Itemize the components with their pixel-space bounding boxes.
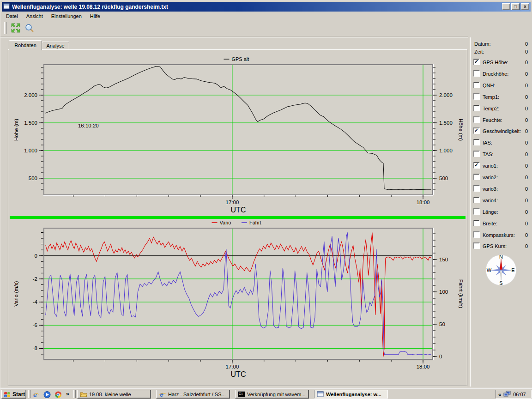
checkbox-vario4[interactable] <box>473 197 480 203</box>
taskbar-grip[interactable] <box>73 390 76 398</box>
close-button[interactable]: × <box>521 3 529 10</box>
checkbox-temp1[interactable] <box>473 93 480 100</box>
start-label: Start <box>12 391 25 398</box>
sidebar-row: ✓GPS Höhe:0 <box>472 59 530 68</box>
sidebar-row: Kompasskurs:0 <box>472 231 530 241</box>
svg-text:Höhe (m): Höhe (m) <box>13 119 19 141</box>
sidebar-row: vario4:0 <box>472 197 530 206</box>
sidebar-value: 0 <box>525 94 528 100</box>
svg-text:-8: -8 <box>33 345 37 351</box>
checkbox-länge[interactable] <box>473 208 480 215</box>
checkbox-temp2[interactable] <box>473 105 480 111</box>
fit-view-button[interactable] <box>9 22 22 35</box>
taskbar-button-3[interactable]: C:\Verknüpfung mit wavem... <box>235 390 309 399</box>
svg-text:UTC: UTC <box>231 370 246 378</box>
sidebar-label: vario2: <box>483 174 498 181</box>
quick-launch-ie-icon[interactable]: e <box>32 390 40 399</box>
start-button[interactable]: Start <box>1 390 26 399</box>
menu-ansicht[interactable]: Ansicht <box>23 12 48 20</box>
menu-hilfe[interactable]: Hilfe <box>86 12 105 20</box>
sidebar-row: GPS Kurs:0 <box>472 242 530 252</box>
checkbox-gpskurs[interactable] <box>473 242 480 249</box>
tab-analyse[interactable]: Analyse <box>42 42 69 50</box>
checkbox-kompasskurs[interactable] <box>473 231 480 238</box>
maximize-button[interactable]: □ <box>511 3 520 10</box>
menu-einstellungen[interactable]: Einstellungen <box>48 12 86 20</box>
zoom-button[interactable] <box>23 22 36 35</box>
checkbox-qnh[interactable] <box>473 82 480 88</box>
sidebar-value: 0 <box>525 174 528 181</box>
tray-chevron[interactable]: « <box>498 392 501 397</box>
svg-text:150: 150 <box>439 257 448 262</box>
checkbox-vario1[interactable]: ✓ <box>473 162 480 169</box>
svg-text:1.000: 1.000 <box>439 148 453 153</box>
svg-text:Höhe (m): Höhe (m) <box>458 119 464 141</box>
checkbox-geschwindigkeit[interactable]: ✓ <box>473 127 480 134</box>
sidebar-label: Datum: <box>474 41 490 47</box>
sidebar-label: QNH: <box>483 82 496 89</box>
sidebar-label: GPS Kurs: <box>483 243 507 249</box>
checkbox-gpshöhe[interactable]: ✓ <box>473 59 480 65</box>
sidebar-value: 0 <box>525 71 528 77</box>
svg-text:17:00: 17:00 <box>226 364 239 369</box>
sidebar-row: Länge:0 <box>472 208 530 218</box>
ie-icon: e <box>159 391 166 398</box>
sidebar-value: 0 <box>525 41 528 47</box>
altitude-chart[interactable]: 2.0001.5001.000500Höhe (m)2.0001.5001.00… <box>8 50 467 216</box>
sidebar-value: 0 <box>525 243 528 249</box>
checkbox-ias[interactable] <box>473 139 480 145</box>
window-icon <box>317 391 324 398</box>
compass-rose: NSWE <box>485 254 517 286</box>
chart-panel: 2.0001.5001.000500Höhe (m)2.0001.5001.00… <box>8 49 467 386</box>
titlebar[interactable]: Wellenfluganalyse: welle 19.08.12 rückfl… <box>2 2 531 12</box>
sidebar-row: IAS:0 <box>472 139 530 148</box>
taskbar-button-label: Verknüpfung mit wavem... <box>247 392 306 397</box>
taskbar-button-4[interactable]: Wellenfluganalyse: w... <box>314 390 388 399</box>
compass-label: N <box>499 254 503 260</box>
menu-bar: DateiAnsichtEinstellungenHilfe <box>2 12 105 20</box>
sidebar-row: Feuchte:0 <box>472 116 530 126</box>
sidebar-value: 0 <box>525 139 528 146</box>
sidebar-value: 0 <box>525 82 528 89</box>
media-player-icon <box>43 391 51 398</box>
checkbox-vario3[interactable] <box>473 185 480 192</box>
sidebar-label: Breite: <box>483 220 497 227</box>
svg-text:Vario (m/s): Vario (m/s) <box>13 281 19 307</box>
sidebar-row: ✓vario1:0 <box>472 162 530 171</box>
vario-speed-chart[interactable]: 0-2-4-6-8Vario (m/s)150100500Fahrt (km/h… <box>8 219 467 386</box>
taskbar-button-1[interactable]: 19.08. kleine welle <box>77 390 151 399</box>
sidebar-value: 0 <box>525 151 528 157</box>
checkbox-tas[interactable] <box>473 151 480 157</box>
taskbar: Starte»19.08. kleine welleeHarz - Salzde… <box>0 388 532 399</box>
network-tray-icon <box>503 391 511 398</box>
quick-launch-media-player-icon[interactable] <box>43 390 51 399</box>
browser-ball-icon <box>54 391 62 398</box>
sidebar-row: ✓Geschwindigkeit:0 <box>472 127 530 137</box>
svg-text:-6: -6 <box>33 322 37 328</box>
taskbar-grip[interactable] <box>28 390 30 398</box>
sidebar-row: TAS:0 <box>472 151 530 160</box>
sidebar-label: Temp2: <box>483 105 499 112</box>
cmd-icon: C:\ <box>238 391 245 398</box>
checkmark-icon: ✓ <box>474 127 478 133</box>
sidebar-label: GPS Höhe: <box>483 59 508 66</box>
checkbox-breite[interactable] <box>473 220 480 226</box>
sidebar-label: Temp1: <box>483 94 499 100</box>
expand-arrows-icon <box>11 23 21 33</box>
quick-launch-browser-ball-icon[interactable] <box>54 390 62 399</box>
quick-launch-overflow-chevron[interactable]: » <box>66 390 69 398</box>
toolbar-grip[interactable] <box>4 22 6 34</box>
taskbar-button-2[interactable]: eHarz - Salzdethfurt / SS... <box>156 390 230 399</box>
menu-datei[interactable]: Datei <box>2 12 23 20</box>
checkbox-feuchte[interactable] <box>473 116 480 123</box>
checkbox-vario2[interactable] <box>473 174 480 180</box>
minimize-button[interactable]: _ <box>502 3 510 10</box>
svg-text:500: 500 <box>439 175 448 181</box>
sidebar-label: vario4: <box>483 197 498 204</box>
checkmark-icon: ✓ <box>474 58 478 65</box>
taskbar-button-label: Wellenfluganalyse: w... <box>326 392 381 397</box>
sidebar-label: vario1: <box>483 163 498 169</box>
sidebar-row: vario3:0 <box>472 185 530 194</box>
checkbox-druckhöhe[interactable] <box>473 70 480 77</box>
tab-rohdaten[interactable]: Rohdaten <box>9 40 42 50</box>
